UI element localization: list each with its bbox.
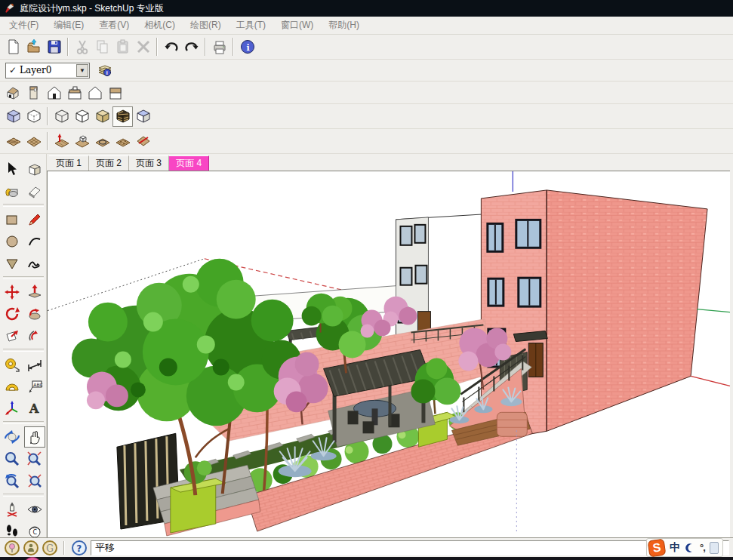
shaded-with-textures-button[interactable] xyxy=(112,106,133,127)
3d-text-button[interactable]: A xyxy=(24,398,45,419)
back-edges-button[interactable] xyxy=(23,106,44,127)
geolocation-badge[interactable] xyxy=(4,540,20,555)
model-info-button[interactable]: i xyxy=(237,37,257,57)
add-detail-icon xyxy=(115,133,131,149)
page-tab-3[interactable]: 页面 3 xyxy=(129,155,169,171)
layer-manager-button[interactable]: i xyxy=(94,60,115,81)
stamp-button[interactable] xyxy=(72,131,92,152)
line-button[interactable] xyxy=(24,209,45,230)
menu-item-1[interactable]: 编辑(E) xyxy=(54,19,84,32)
punctuation-icon[interactable]: °, xyxy=(700,542,705,553)
svg-text:C: C xyxy=(32,529,37,536)
arc-button[interactable] xyxy=(24,231,45,252)
flip-edge-button[interactable] xyxy=(133,131,153,152)
undo-button[interactable] xyxy=(161,37,181,57)
from-contours-button[interactable] xyxy=(3,131,23,152)
paint-bucket-button[interactable] xyxy=(2,180,23,202)
redo-button[interactable] xyxy=(181,37,202,57)
zoom-button[interactable] xyxy=(2,448,23,469)
front-view-button[interactable] xyxy=(44,82,64,103)
tool-palette: ABCAC xyxy=(0,154,47,537)
freehand-button[interactable] xyxy=(24,253,45,274)
drape-button[interactable] xyxy=(92,131,112,152)
ime-partial-icon[interactable] xyxy=(710,542,719,554)
menu-item-4[interactable]: 绘图(R) xyxy=(190,19,221,32)
layer-combo[interactable]: ✓ Layer0 ▼ xyxy=(5,63,90,78)
wireframe-button[interactable] xyxy=(51,106,72,127)
menu-item-6[interactable]: 窗口(W) xyxy=(281,19,313,32)
rectangle-button[interactable] xyxy=(2,209,23,230)
save-file-button[interactable] xyxy=(44,37,64,57)
viewport[interactable] xyxy=(47,171,730,537)
menu-item-7[interactable]: 帮助(H) xyxy=(328,19,359,32)
protractor-button[interactable] xyxy=(2,376,23,397)
menu-item-5[interactable]: 工具(T) xyxy=(236,19,266,32)
hidden-line-button[interactable] xyxy=(72,106,92,127)
delete-button[interactable] xyxy=(133,37,153,57)
tape-measure-button[interactable] xyxy=(2,354,23,375)
moon-icon[interactable] xyxy=(685,543,695,553)
iso-view-button[interactable] xyxy=(3,82,23,103)
print-button[interactable] xyxy=(209,37,229,57)
viewport-scene[interactable] xyxy=(48,171,730,537)
push-pull-button[interactable] xyxy=(24,282,45,303)
wireframe-icon xyxy=(54,108,70,125)
add-detail-button[interactable] xyxy=(112,131,133,152)
left-view-button[interactable] xyxy=(105,82,125,103)
eraser-button[interactable] xyxy=(24,180,45,202)
section-plane-button[interactable]: C xyxy=(24,521,45,537)
make-component-button[interactable] xyxy=(24,158,45,180)
zoom-previous-button[interactable] xyxy=(2,470,23,491)
walk-button[interactable] xyxy=(2,521,23,537)
scale-button[interactable] xyxy=(2,325,23,346)
open-file-button[interactable] xyxy=(23,37,44,57)
menu-item-2[interactable]: 查看(V) xyxy=(99,19,129,32)
move-button[interactable] xyxy=(2,282,23,303)
offset-button[interactable] xyxy=(24,325,45,346)
circle-button[interactable] xyxy=(2,231,23,252)
copy-button[interactable] xyxy=(92,37,112,57)
ime-language-toggle[interactable]: 中 xyxy=(670,541,680,555)
from-scratch-button[interactable] xyxy=(23,131,44,152)
toolbar-separator xyxy=(47,107,48,125)
zoom-extents-button[interactable] xyxy=(24,470,45,491)
zoom-window-button[interactable] xyxy=(24,448,45,469)
monochrome-button[interactable] xyxy=(133,106,153,127)
smoove-button[interactable] xyxy=(51,131,72,152)
sogou-logo-icon[interactable]: S xyxy=(648,538,667,557)
cut-button[interactable] xyxy=(72,37,92,57)
drape-icon xyxy=(94,133,111,149)
google-badge[interactable]: G xyxy=(42,540,57,555)
chevron-down-icon[interactable]: ▼ xyxy=(76,64,88,77)
position-camera-button[interactable] xyxy=(2,499,23,520)
page-tab-4[interactable]: 页面 4 xyxy=(169,155,209,171)
right-view-button[interactable] xyxy=(64,82,85,103)
look-around-button[interactable] xyxy=(24,499,45,520)
rotate-button[interactable] xyxy=(2,303,23,325)
axes-button[interactable] xyxy=(2,398,23,419)
pan-button[interactable] xyxy=(24,426,45,448)
select-button[interactable] xyxy=(2,158,23,180)
menu-item-3[interactable]: 相机(C) xyxy=(144,19,175,32)
help-icon: ? xyxy=(71,540,88,556)
top-view-button[interactable] xyxy=(23,82,44,103)
page-tab-1[interactable]: 页面 1 xyxy=(49,155,89,171)
app-icon xyxy=(5,3,15,14)
polygon-button[interactable] xyxy=(2,253,23,274)
menu-item-0[interactable]: 文件(F) xyxy=(9,19,38,32)
rotate-icon xyxy=(4,306,20,322)
text-button[interactable]: ABC xyxy=(24,376,45,397)
svg-text:G: G xyxy=(46,543,54,554)
model-author-badge[interactable] xyxy=(23,540,38,555)
new-file-button[interactable] xyxy=(3,37,23,57)
dimension-button[interactable] xyxy=(24,354,45,375)
paste-button[interactable] xyxy=(112,37,133,57)
x-ray-button[interactable] xyxy=(3,106,23,127)
orbit-button[interactable] xyxy=(2,426,23,448)
copy-icon xyxy=(94,38,111,55)
help-icon[interactable]: ? xyxy=(71,540,87,555)
back-view-button[interactable] xyxy=(85,82,105,103)
shaded-button[interactable] xyxy=(92,106,112,127)
follow-me-button[interactable] xyxy=(24,303,45,325)
page-tab-2[interactable]: 页面 2 xyxy=(89,155,129,171)
